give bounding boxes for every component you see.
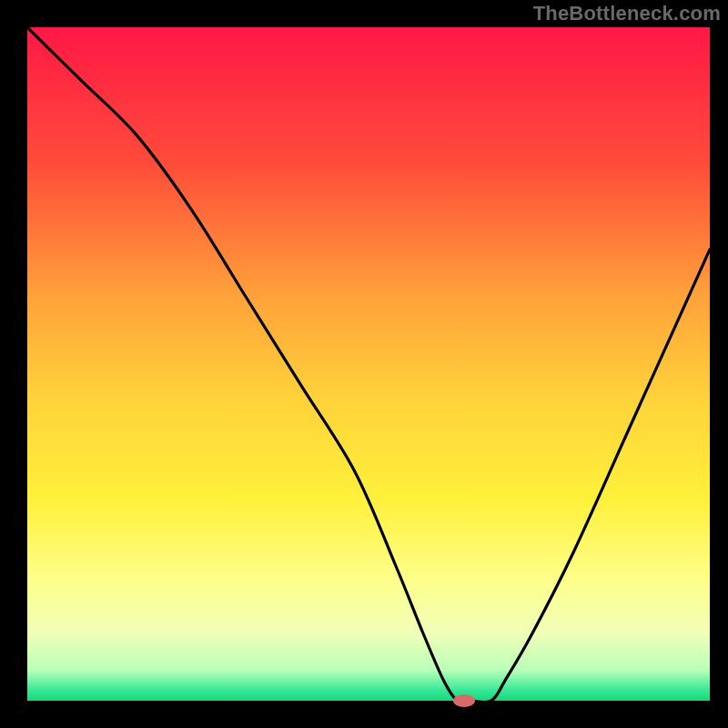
attribution-label: TheBottleneck.com [533,2,721,25]
optimal-marker [453,694,475,707]
chart-stage: TheBottleneck.com [0,0,728,728]
bottleneck-chart [0,0,728,728]
